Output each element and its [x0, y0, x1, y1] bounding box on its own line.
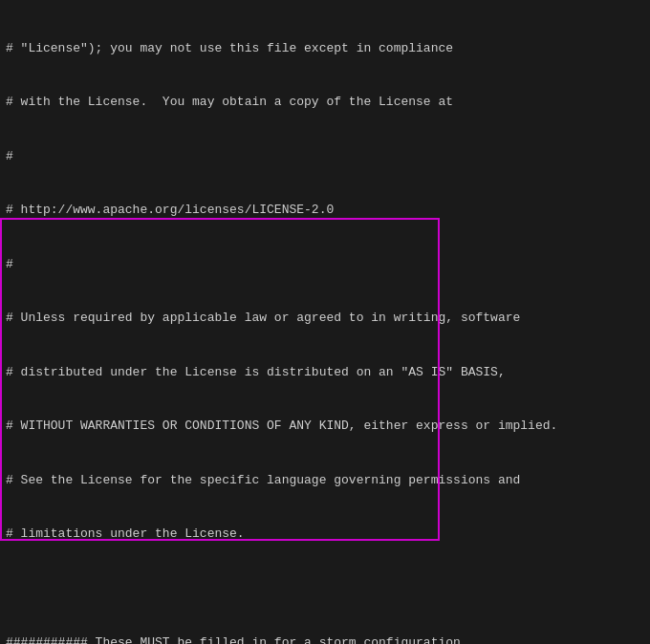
- line-10: # limitations under the License.: [6, 526, 644, 544]
- line-12: ########### These MUST be filled in for …: [6, 634, 644, 644]
- line-7: # distributed under the License is distr…: [6, 364, 644, 382]
- code-content: # "License"); you may not use this file …: [6, 4, 644, 644]
- line-11: [6, 580, 644, 598]
- line-6: # Unless required by applicable law or a…: [6, 310, 644, 328]
- line-8: # WITHOUT WARRANTIES OR CONDITIONS OF AN…: [6, 418, 644, 436]
- line-5: #: [6, 256, 644, 274]
- line-1: # "License"); you may not use this file …: [6, 40, 644, 58]
- terminal-window: # "License"); you may not use this file …: [0, 0, 650, 644]
- line-9: # See the License for the specific langu…: [6, 472, 644, 490]
- line-4: # http://www.apache.org/licenses/LICENSE…: [6, 202, 644, 220]
- line-2: # with the License. You may obtain a cop…: [6, 94, 644, 112]
- line-3: #: [6, 148, 644, 166]
